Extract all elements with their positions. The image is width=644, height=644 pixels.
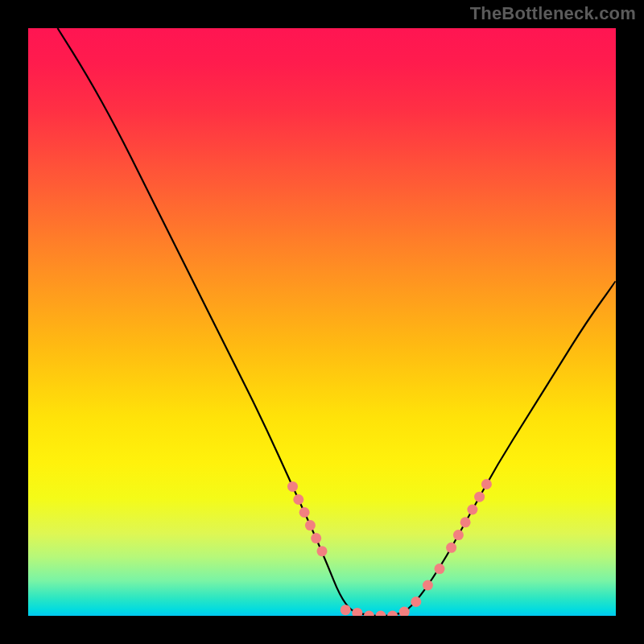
curve-path [58, 28, 617, 616]
chart-frame: TheBottleneck.com [0, 0, 644, 644]
curve-dot [474, 492, 485, 502]
curve-dot [311, 533, 321, 543]
plot-area [28, 28, 616, 616]
curve-dot [305, 520, 316, 530]
curve-dot [341, 605, 351, 615]
curve-dot [435, 564, 445, 574]
curve-dot [460, 517, 471, 527]
bottleneck-curve [28, 28, 616, 616]
curve-dot [293, 494, 303, 505]
watermark-text: TheBottleneck.com [470, 3, 636, 24]
curve-dot [423, 580, 433, 591]
curve-dot [411, 597, 421, 607]
curve-dot [364, 611, 374, 617]
curve-dot [317, 546, 328, 556]
curve-dot [467, 505, 477, 515]
curve-dot [376, 611, 386, 617]
curve-dot [446, 543, 456, 553]
curve-dot [352, 608, 362, 616]
curve-dot [453, 530, 464, 540]
curve-dots [287, 479, 492, 616]
curve-dot [287, 481, 298, 492]
curve-dot [387, 611, 398, 617]
curve-dot [481, 479, 492, 489]
curve-dot [299, 507, 310, 518]
